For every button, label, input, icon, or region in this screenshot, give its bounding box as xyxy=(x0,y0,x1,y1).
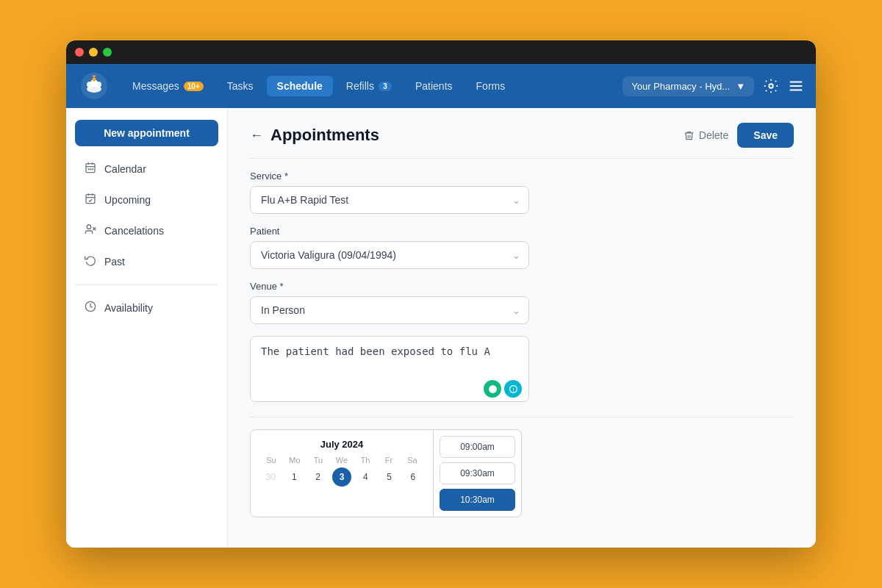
calendar-day[interactable]: 30 xyxy=(261,467,280,487)
nav-messages-label: Messages xyxy=(132,80,179,92)
minimize-button[interactable] xyxy=(89,48,98,57)
main-layout: New appointment Calendar xyxy=(66,108,816,548)
day-header-su: Su xyxy=(259,456,283,465)
nav-tasks[interactable]: Tasks xyxy=(217,76,264,96)
time-slot-0930[interactable]: 09:30am xyxy=(440,462,515,484)
sidebar-item-availability[interactable]: Availability xyxy=(75,294,218,322)
sidebar-availability-label: Availability xyxy=(104,302,153,314)
calendar-time-area: July 2024 Su Mo Tu We Th Fr Sa 30 1 xyxy=(250,429,573,517)
calendar-check-icon xyxy=(84,193,97,207)
messages-badge: 10+ xyxy=(184,82,204,91)
service-label: Service * xyxy=(250,171,794,182)
trash-icon xyxy=(684,130,695,141)
nav-patients[interactable]: Patients xyxy=(405,76,463,96)
sidebar-item-past[interactable]: Past xyxy=(75,248,218,276)
service-select[interactable]: Flu A+B Rapid Test COVID Test Wellness C… xyxy=(250,186,529,214)
save-button[interactable]: Save xyxy=(737,123,794,148)
clock-icon xyxy=(84,301,97,315)
delete-button[interactable]: Delete xyxy=(684,129,728,141)
undo-icon xyxy=(84,254,97,269)
service-select-wrapper: Flu A+B Rapid Test COVID Test Wellness C… xyxy=(250,186,529,214)
time-slots-box: 09:00am 09:30am 10:30am xyxy=(434,429,522,517)
nav-forms[interactable]: Forms xyxy=(466,76,516,96)
chevron-down-icon: ▼ xyxy=(736,81,745,92)
back-button[interactable]: ← xyxy=(250,128,263,143)
nav-schedule-label: Schedule xyxy=(277,80,323,92)
nav-refills[interactable]: Refills 3 xyxy=(336,76,402,96)
nav-messages[interactable]: Messages 10+ xyxy=(122,76,214,96)
patient-select[interactable]: Victoria Valigura (09/04/1994) xyxy=(250,241,529,269)
calendar-day[interactable]: 4 xyxy=(356,467,375,487)
settings-button[interactable] xyxy=(763,78,779,94)
time-slot-1030[interactable]: 10:30am xyxy=(440,489,515,511)
nav-schedule[interactable]: Schedule xyxy=(267,76,333,96)
maximize-button[interactable] xyxy=(103,48,112,57)
svg-rect-13 xyxy=(86,164,95,173)
calendar-box: July 2024 Su Mo Tu We Th Fr Sa 30 1 xyxy=(250,429,434,517)
refills-badge: 3 xyxy=(379,82,392,91)
svg-point-5 xyxy=(93,78,96,82)
notes-wrapper: The patient had been exposed to flu A ✦ xyxy=(250,336,529,405)
time-slot-0900[interactable]: 09:00am xyxy=(440,436,515,458)
calendar-day[interactable]: 2 xyxy=(309,467,328,487)
svg-text:✦: ✦ xyxy=(490,386,495,391)
calendar-day[interactable]: 1 xyxy=(284,467,304,487)
pharmacy-selector[interactable]: Your Pharmacy - Hyd... ▼ xyxy=(623,76,754,96)
navbar: Messages 10+ Tasks Schedule Refills 3 Pa… xyxy=(66,64,816,108)
day-header-th: Th xyxy=(354,456,377,465)
service-field-group: Service * Flu A+B Rapid Test COVID Test … xyxy=(250,171,794,214)
day-header-fr: Fr xyxy=(377,456,401,465)
sidebar-calendar-label: Calendar xyxy=(104,163,146,175)
nav-items: Messages 10+ Tasks Schedule Refills 3 Pa… xyxy=(122,76,623,96)
nav-tasks-label: Tasks xyxy=(227,80,254,92)
pharmacy-name: Your Pharmacy - Hyd... xyxy=(631,81,730,92)
calendar-month-label: July 2024 xyxy=(259,439,424,450)
sidebar-item-cancelations[interactable]: Cancelations xyxy=(75,217,218,245)
grammar-check-icon[interactable] xyxy=(504,380,522,398)
notes-action-icons: ✦ xyxy=(484,380,522,398)
patient-select-wrapper: Victoria Valigura (09/04/1994) ⌄ xyxy=(250,241,529,269)
sidebar-upcoming-label: Upcoming xyxy=(104,194,151,206)
venue-label: Venue * xyxy=(250,281,794,292)
ai-assist-icon[interactable]: ✦ xyxy=(484,380,501,398)
day-header-tu: Tu xyxy=(306,456,330,465)
person-x-icon xyxy=(84,223,97,238)
content-area: ← Appointments Delete Save xyxy=(228,108,816,548)
patient-field-group: Patient Victoria Valigura (09/04/1994) ⌄ xyxy=(250,226,794,269)
svg-point-4 xyxy=(96,82,101,87)
menu-button[interactable] xyxy=(788,78,804,94)
venue-field-group: Venue * In Person Telehealth ⌄ xyxy=(250,281,794,324)
sidebar-item-calendar[interactable]: Calendar xyxy=(75,155,218,183)
calendar-day-selected[interactable]: 3 xyxy=(332,467,351,487)
new-appointment-button[interactable]: New appointment xyxy=(75,120,218,146)
page-header: ← Appointments Delete Save xyxy=(250,123,794,159)
nav-refills-label: Refills xyxy=(346,80,374,92)
calendar-grid-icon xyxy=(84,162,97,176)
day-header-we: We xyxy=(330,456,354,465)
calendar-day[interactable]: 5 xyxy=(380,467,399,487)
app-logo xyxy=(78,70,110,102)
page-title: Appointments xyxy=(270,126,379,145)
sidebar-past-label: Past xyxy=(104,256,125,268)
titlebar xyxy=(66,40,816,64)
close-button[interactable] xyxy=(75,48,84,57)
svg-rect-20 xyxy=(86,195,95,204)
svg-rect-19 xyxy=(92,168,93,170)
svg-rect-17 xyxy=(88,168,90,170)
nav-right xyxy=(763,78,804,94)
sidebar-item-upcoming[interactable]: Upcoming xyxy=(75,186,218,214)
patient-label: Patient xyxy=(250,226,794,237)
nav-forms-label: Forms xyxy=(476,80,506,92)
notes-field-group: The patient had been exposed to flu A ✦ xyxy=(250,336,794,405)
app-window: Messages 10+ Tasks Schedule Refills 3 Pa… xyxy=(66,40,816,548)
form-divider xyxy=(250,417,794,417)
sidebar-divider xyxy=(75,284,218,285)
header-actions: Delete Save xyxy=(684,123,794,148)
calendar-grid: 30 1 2 3 4 5 6 xyxy=(259,467,424,487)
calendar-day[interactable]: 6 xyxy=(404,467,423,487)
venue-select[interactable]: In Person Telehealth xyxy=(250,296,529,324)
calendar-days-header: Su Mo Tu We Th Fr Sa xyxy=(259,456,424,465)
nav-patients-label: Patients xyxy=(415,80,453,92)
svg-rect-18 xyxy=(90,168,91,170)
day-header-mo: Mo xyxy=(283,456,306,465)
